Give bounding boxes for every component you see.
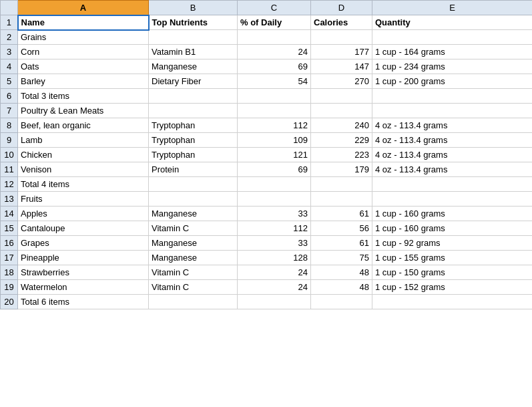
cell-b[interactable]: Tryptophan (149, 118, 238, 133)
cell-a[interactable]: Corn (18, 45, 149, 59)
cell-a[interactable]: Fruits (18, 192, 149, 207)
cell-d[interactable]: 270 (311, 74, 372, 89)
cell-e[interactable]: 1 cup - 164 grams (372, 45, 533, 59)
cell-e[interactable]: 1 cup - 92 grams (372, 236, 533, 251)
cell-a[interactable]: Pineapple (18, 251, 149, 265)
cell-e[interactable]: 4 oz - 113.4 grams (372, 133, 533, 148)
cell-d[interactable] (311, 30, 372, 45)
cell-e[interactable] (372, 177, 533, 192)
cell-b[interactable] (149, 295, 238, 309)
cell-b[interactable]: Protein (149, 162, 238, 177)
cell-c[interactable]: 33 (238, 207, 311, 221)
cell-d[interactable]: 229 (311, 133, 372, 148)
cell-b[interactable] (149, 30, 238, 45)
cell-b[interactable]: Tryptophan (149, 133, 238, 148)
cell-e[interactable]: 4 oz - 113.4 grams (372, 162, 533, 177)
cell-c[interactable]: 121 (238, 148, 311, 162)
cell-a[interactable]: Apples (18, 207, 149, 221)
cell-c[interactable]: 69 (238, 59, 311, 74)
cell-e[interactable] (372, 30, 533, 45)
cell-b[interactable]: Vitamin C (149, 221, 238, 236)
cell-d[interactable] (311, 89, 372, 104)
cell-b[interactable]: Tryptophan (149, 148, 238, 162)
cell-a[interactable]: Poultry & Lean Meats (18, 104, 149, 118)
cell-e[interactable]: 1 cup - 155 grams (372, 251, 533, 265)
cell-c[interactable] (238, 30, 311, 45)
col-e-header[interactable]: E (372, 1, 533, 15)
cell-d[interactable]: 179 (311, 162, 372, 177)
cell-c[interactable] (238, 295, 311, 309)
cell-d[interactable]: 177 (311, 45, 372, 59)
cell-a[interactable]: Grains (18, 30, 149, 45)
cell-b[interactable]: Vitamin C (149, 280, 238, 295)
cell-d[interactable] (311, 104, 372, 118)
cell-b[interactable] (149, 89, 238, 104)
cell-a[interactable]: Oats (18, 59, 149, 74)
cell-c[interactable] (238, 177, 311, 192)
col-b-header[interactable]: B (149, 1, 238, 15)
cell-d[interactable]: 56 (311, 221, 372, 236)
cell-a[interactable]: Name (18, 15, 149, 30)
cell-c[interactable]: 69 (238, 162, 311, 177)
cell-a[interactable]: Barley (18, 74, 149, 89)
cell-b[interactable]: Manganese (149, 207, 238, 221)
cell-e[interactable] (372, 89, 533, 104)
cell-a[interactable]: Total 3 items (18, 89, 149, 104)
cell-e[interactable]: 1 cup - 200 grams (372, 74, 533, 89)
cell-c[interactable]: 54 (238, 74, 311, 89)
cell-d[interactable]: 48 (311, 265, 372, 280)
col-d-header[interactable]: D (311, 1, 372, 15)
cell-d[interactable]: 75 (311, 251, 372, 265)
cell-e[interactable]: Quantity (372, 15, 533, 30)
cell-b[interactable]: Manganese (149, 59, 238, 74)
cell-a[interactable]: Grapes (18, 236, 149, 251)
cell-d[interactable] (311, 192, 372, 207)
cell-b[interactable]: Dietary Fiber (149, 74, 238, 89)
cell-d[interactable]: 61 (311, 236, 372, 251)
cell-a[interactable]: Strawberries (18, 265, 149, 280)
cell-b[interactable] (149, 192, 238, 207)
cell-e[interactable] (372, 295, 533, 309)
cell-d[interactable] (311, 177, 372, 192)
cell-b[interactable]: Manganese (149, 236, 238, 251)
cell-a[interactable]: Beef, lean organic (18, 118, 149, 133)
col-c-header[interactable]: C (238, 1, 311, 15)
cell-b[interactable]: Manganese (149, 251, 238, 265)
cell-c[interactable]: 24 (238, 265, 311, 280)
cell-a[interactable]: Watermelon (18, 280, 149, 295)
cell-e[interactable]: 4 oz - 113.4 grams (372, 118, 533, 133)
cell-d[interactable]: 147 (311, 59, 372, 74)
cell-a[interactable]: Total 4 items (18, 177, 149, 192)
cell-d[interactable]: 48 (311, 280, 372, 295)
cell-c[interactable] (238, 192, 311, 207)
cell-e[interactable]: 1 cup - 234 grams (372, 59, 533, 74)
cell-b[interactable] (149, 104, 238, 118)
cell-d[interactable]: 61 (311, 207, 372, 221)
cell-c[interactable]: 33 (238, 236, 311, 251)
cell-c[interactable]: 112 (238, 221, 311, 236)
cell-e[interactable]: 4 oz - 113.4 grams (372, 148, 533, 162)
cell-e[interactable]: 1 cup - 160 grams (372, 221, 533, 236)
cell-a[interactable]: Venison (18, 162, 149, 177)
cell-a[interactable]: Lamb (18, 133, 149, 148)
cell-d[interactable]: Calories (311, 15, 372, 30)
cell-c[interactable]: 24 (238, 280, 311, 295)
cell-d[interactable] (311, 295, 372, 309)
cell-c[interactable]: 109 (238, 133, 311, 148)
cell-e[interactable]: 1 cup - 150 grams (372, 265, 533, 280)
cell-b[interactable]: Vatamin B1 (149, 45, 238, 59)
cell-c[interactable] (238, 104, 311, 118)
cell-d[interactable]: 223 (311, 148, 372, 162)
cell-d[interactable]: 240 (311, 118, 372, 133)
cell-c[interactable]: 24 (238, 45, 311, 59)
cell-c[interactable]: 128 (238, 251, 311, 265)
cell-e[interactable] (372, 192, 533, 207)
cell-c[interactable] (238, 89, 311, 104)
cell-b[interactable]: Vitamin C (149, 265, 238, 280)
cell-e[interactable]: 1 cup - 160 grams (372, 207, 533, 221)
cell-e[interactable]: 1 cup - 152 grams (372, 280, 533, 295)
cell-b[interactable]: Top Nutrients (149, 15, 238, 30)
cell-c[interactable]: 112 (238, 118, 311, 133)
cell-a[interactable]: Total 6 items (18, 295, 149, 309)
cell-a[interactable]: Chicken (18, 148, 149, 162)
